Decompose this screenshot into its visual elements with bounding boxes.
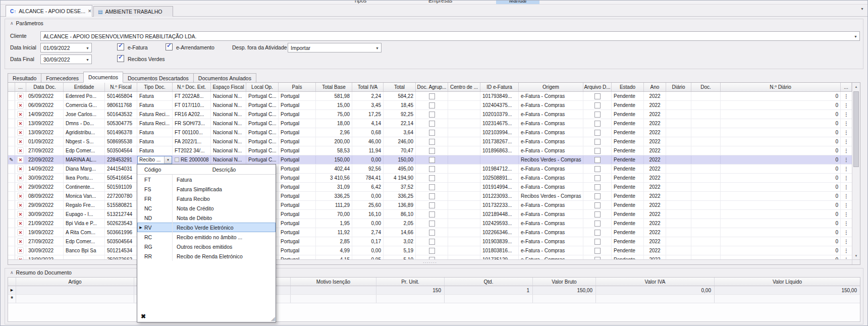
cell-origem[interactable]: e-Fatura - Compras bbox=[519, 237, 583, 246]
row-menu-button[interactable]: ⋮ bbox=[841, 210, 852, 219]
header-total[interactable]: Total bbox=[384, 83, 416, 91]
cell-total-iva[interactable]: 0,00 bbox=[352, 155, 384, 164]
doc-agrupador-checkbox[interactable] bbox=[429, 93, 435, 99]
delete-row-button[interactable]: ✕ bbox=[15, 165, 26, 173]
doc-agrupador-checkbox[interactable] bbox=[429, 248, 435, 254]
doc-agrupador-checkbox[interactable] bbox=[429, 221, 435, 227]
cell-id-efatura[interactable]: 102314675... bbox=[480, 119, 519, 128]
cell-id-efatura[interactable]: 102429593... bbox=[480, 219, 519, 228]
cell-ano[interactable]: 2022 bbox=[644, 183, 666, 191]
cell-doc-agrupador[interactable] bbox=[416, 174, 448, 182]
cell-estado[interactable]: Pendente bbox=[612, 110, 644, 119]
cell-data-doc[interactable]: 14/09/2022 bbox=[26, 165, 64, 173]
cell-tipo-doc[interactable]: Fatura bbox=[137, 137, 173, 146]
cell-estado[interactable]: Pendente bbox=[612, 237, 644, 246]
cell-entidade[interactable]: Edp Comer... bbox=[64, 237, 105, 246]
row-menu-button[interactable]: ⋮ bbox=[841, 119, 852, 128]
cell-n-diario[interactable]: 0 bbox=[721, 110, 841, 119]
cell-origem[interactable]: e-Fatura - Compras bbox=[519, 165, 583, 173]
cell-doc[interactable] bbox=[691, 128, 721, 137]
cell-n-fiscal[interactable]: 505416654 bbox=[105, 174, 137, 182]
cell-ano[interactable]: 2022 bbox=[644, 201, 666, 209]
dropdown-option[interactable]: ▶ RG Outros recibos emitidos bbox=[137, 242, 276, 251]
table-row[interactable]: ✕ 27/09/2022 Edp Comer... 503504564 Port… bbox=[8, 237, 852, 246]
cell-total-iva[interactable]: 2,24 bbox=[352, 92, 384, 100]
cell-doc-agrupador[interactable] bbox=[416, 255, 448, 259]
cell-diario[interactable] bbox=[666, 146, 691, 155]
cell-pais[interactable]: Portugal bbox=[279, 183, 316, 191]
cell-n-fiscal[interactable]: 503504564 bbox=[105, 237, 137, 246]
cell-estado[interactable]: Pendente bbox=[612, 92, 644, 100]
table-row[interactable]: ✕ 19/09/2022 A Rita Com... 503661996 Por… bbox=[8, 228, 852, 237]
arquivo-checkbox[interactable] bbox=[594, 239, 601, 245]
table-row[interactable]: ✕ 29/09/2022 Continente... 501591109 Por… bbox=[8, 183, 852, 192]
combo-dropdown-button[interactable]: ▼ bbox=[164, 156, 172, 164]
cell-entidade[interactable]: Ikea Portu... bbox=[64, 174, 105, 182]
cell-doc[interactable] bbox=[691, 228, 721, 237]
header-pais[interactable]: País bbox=[279, 83, 316, 91]
delete-row-button[interactable]: ✕ bbox=[15, 174, 26, 182]
cell-n-doc-ext[interactable]: RE 2000008 bbox=[173, 155, 211, 164]
view-tab[interactable]: Documentos Anulados bbox=[193, 73, 256, 83]
cell-total[interactable]: 136,89 bbox=[384, 201, 416, 209]
cell-total[interactable]: 336,25 bbox=[384, 192, 416, 200]
delete-row-button[interactable]: ✕ bbox=[15, 219, 26, 228]
cell-total[interactable]: 14,66 bbox=[384, 228, 416, 237]
data-inicial-picker[interactable]: 01/09/2022 ▼ bbox=[40, 43, 92, 52]
cell-total[interactable]: 5,10 bbox=[384, 255, 416, 259]
cell-diario[interactable] bbox=[666, 219, 691, 228]
cell-estado[interactable]: Pendente bbox=[612, 101, 644, 110]
cell-estado[interactable]: Pendente bbox=[612, 246, 644, 255]
header-doc[interactable]: Doc. bbox=[691, 83, 721, 91]
cell-data-doc[interactable]: 19/09/2022 bbox=[26, 228, 64, 237]
cell-local-op[interactable]: Portugal C... bbox=[246, 128, 279, 137]
cell-ano[interactable]: 2022 bbox=[644, 119, 666, 128]
cell-n-doc-ext[interactable]: FR16 A202... bbox=[173, 110, 211, 119]
cell-total-iva[interactable]: 6,42 bbox=[352, 183, 384, 191]
delete-row-button[interactable]: ✕ bbox=[15, 201, 26, 209]
cell-arquivo[interactable] bbox=[583, 210, 612, 219]
resumo-cell-artigo[interactable] bbox=[16, 295, 134, 303]
cell-id-efatura[interactable]: 101984712... bbox=[480, 165, 519, 173]
cell-total-iva[interactable]: 17,25 bbox=[352, 110, 384, 119]
cell-espaco-fiscal[interactable]: Nacional N... bbox=[211, 92, 246, 100]
dropdown-option[interactable]: ▶ NC Nota de Crédito bbox=[137, 203, 276, 213]
cell-ano[interactable]: 2022 bbox=[644, 174, 666, 182]
cell-pais[interactable]: Portugal bbox=[279, 210, 316, 219]
cell-origem[interactable]: e-Fatura - Compras bbox=[519, 92, 583, 100]
cell-pais[interactable]: Portugal bbox=[279, 255, 316, 259]
cell-entidade[interactable]: Banco Bpi Sa bbox=[64, 246, 105, 255]
cell-estado[interactable]: Pendente bbox=[612, 119, 644, 128]
cell-total-base[interactable]: 3 410,56 bbox=[316, 174, 352, 182]
row-menu-button[interactable]: ⋮ bbox=[841, 246, 852, 255]
dropdown-option[interactable]: ▶ FR Fatura Recibo bbox=[137, 194, 276, 203]
cell-local-op[interactable]: Portugal C... bbox=[246, 101, 279, 110]
cell-doc[interactable] bbox=[691, 201, 721, 209]
header-origem[interactable]: Origem bbox=[519, 83, 583, 91]
resumo-header-pr-unit[interactable]: Pr. Unit. bbox=[376, 278, 445, 286]
cell-espaco-fiscal[interactable]: Nacional N... bbox=[211, 146, 246, 155]
doc-agrupador-checkbox[interactable] bbox=[429, 139, 435, 145]
cell-total-iva[interactable]: 0,95 bbox=[352, 255, 384, 259]
cell-arquivo[interactable] bbox=[583, 146, 612, 155]
cell-data-doc[interactable]: 27/09/2022 bbox=[26, 237, 64, 246]
cell-origem[interactable]: e-Fatura - Compras bbox=[519, 146, 583, 155]
vertical-scrollbar[interactable]: ▲ ▼ bbox=[852, 83, 860, 259]
delete-row-button[interactable]: ✕ bbox=[15, 92, 26, 100]
table-row[interactable]: ✕ 08/09/2022 Monica Van... 227200780 Por… bbox=[8, 192, 852, 201]
resumo-header-qtd[interactable]: Qtd. bbox=[445, 278, 533, 286]
cell-centro-custo[interactable] bbox=[448, 210, 480, 219]
cell-doc-agrupador[interactable] bbox=[416, 165, 448, 173]
tab-overflow-dropdown-icon[interactable]: ▼ bbox=[860, 7, 864, 11]
cell-doc-agrupador[interactable] bbox=[416, 210, 448, 219]
cell-doc[interactable] bbox=[691, 174, 721, 182]
cell-diario[interactable] bbox=[666, 174, 691, 182]
cell-ano[interactable]: 2022 bbox=[644, 110, 666, 119]
cell-id-efatura[interactable]: 102266346... bbox=[480, 228, 519, 237]
cell-pais[interactable]: Portugal bbox=[279, 201, 316, 209]
cell-tipo-doc[interactable]: Fatura bbox=[137, 128, 173, 137]
cell-centro-custo[interactable] bbox=[448, 237, 480, 246]
horizontal-scrollbar[interactable]: ······· bbox=[8, 259, 852, 264]
cell-centro-custo[interactable] bbox=[448, 228, 480, 237]
cell-ano[interactable]: 2022 bbox=[644, 155, 666, 164]
